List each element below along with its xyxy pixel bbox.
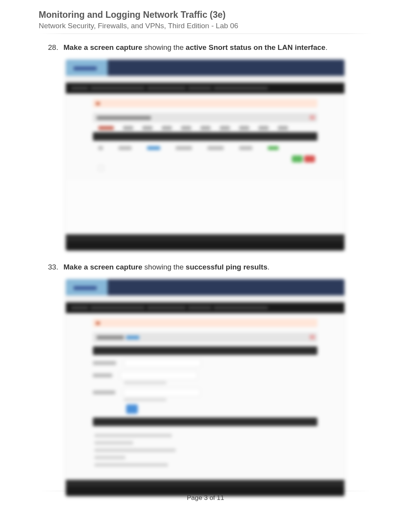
ss2-titlebar [66, 279, 344, 295]
ss1-strip [93, 132, 317, 141]
ss1-tabs [93, 126, 317, 132]
step-mid: showing the [142, 43, 186, 51]
step-mid: showing the [142, 263, 186, 271]
ss1-action-pills [93, 155, 317, 162]
ss2-strip-2 [93, 418, 317, 426]
ping-button [126, 404, 138, 414]
ss2-form-line-2 [93, 371, 317, 380]
ss1-warning-banner [93, 99, 317, 107]
count-input [120, 371, 197, 380]
step-tail: . [325, 43, 327, 51]
step-number: 28. [48, 43, 63, 52]
step-lead-bold: Make a screen capture [63, 43, 142, 51]
footer-divider [39, 491, 372, 491]
ss2-subbar [66, 295, 344, 302]
step-33: 33. Make a screen capture showing the su… [48, 263, 372, 271]
step-text: Make a screen capture showing the succes… [63, 263, 269, 271]
screenshot-snort-status [66, 60, 344, 251]
stop-button-icon [304, 155, 315, 162]
ss2-footer [66, 480, 344, 496]
screenshot-ping-results [66, 279, 344, 496]
page-footer: Page 3 of 11 [0, 494, 411, 502]
count-label [93, 373, 112, 377]
source-input [123, 388, 200, 397]
ss1-panel-header [93, 113, 317, 122]
step-text: Make a screen capture showing the active… [63, 43, 327, 52]
ss2-form-line-3 [93, 388, 317, 397]
document-page: Monitoring and Logging Network Traffic (… [0, 0, 411, 496]
hostname-label [93, 361, 116, 365]
page-header: Monitoring and Logging Network Traffic (… [39, 9, 372, 30]
screenshot-2-wrapper [66, 279, 344, 496]
ss2-strip [93, 346, 317, 355]
ss2-body [66, 313, 344, 480]
start-button-icon [292, 155, 303, 162]
step-tail: . [267, 263, 269, 271]
step-object-bold: active Snort status on the LAN interface [186, 43, 325, 51]
hostname-input [124, 359, 201, 367]
ss2-warning-banner [93, 319, 317, 327]
page-subtitle: Network Security, Firewalls, and VPNs, T… [39, 22, 372, 30]
ss1-checkbox [98, 165, 104, 171]
ss1-subbar [66, 76, 344, 83]
header-divider [39, 33, 372, 34]
ss1-footer [66, 234, 344, 251]
screenshot-1-wrapper [66, 60, 344, 251]
ss1-menubar [66, 83, 344, 94]
page-title: Monitoring and Logging Network Traffic (… [39, 9, 372, 21]
step-28: 28. Make a screen capture showing the ac… [48, 43, 372, 52]
ss2-menubar [66, 302, 344, 313]
source-label [93, 390, 115, 394]
ss1-data-row [93, 145, 317, 154]
step-lead-bold: Make a screen capture [63, 263, 142, 271]
ss2-panel-header [93, 332, 317, 343]
step-number: 33. [48, 263, 63, 271]
form-hint-1 [124, 381, 166, 384]
step-object-bold: successful ping results [186, 263, 267, 271]
ss1-body [66, 94, 344, 180]
form-hint-2 [124, 398, 166, 401]
ss2-form-line-1 [93, 359, 317, 367]
ss1-titlebar [66, 60, 344, 76]
ping-output [93, 430, 317, 474]
ss1-blank [66, 180, 344, 234]
